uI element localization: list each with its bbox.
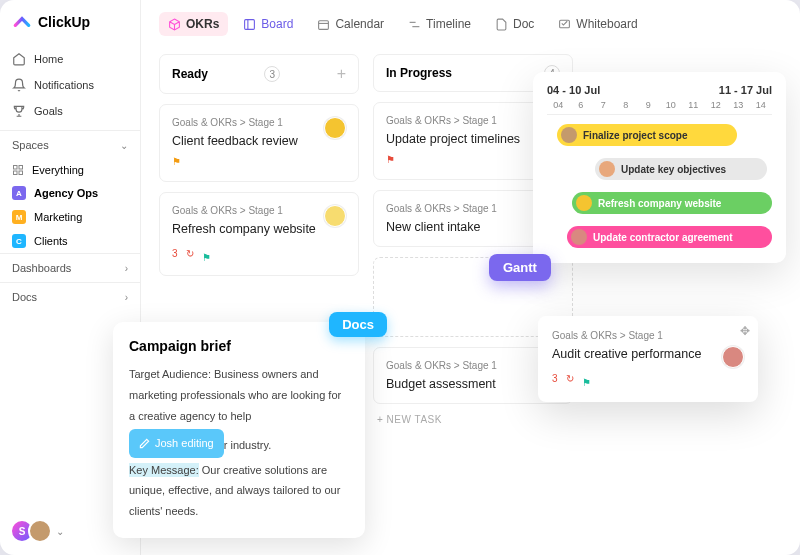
flag-icon: ⚑	[202, 252, 211, 263]
pencil-icon	[139, 438, 150, 449]
task-card[interactable]: Goals & OKRs > Stage 1 Client feedback r…	[159, 104, 359, 182]
view-tabs: OKRs Board Calendar Timeline Doc Whitebo…	[141, 0, 800, 48]
breadcrumb: Goals & OKRs > Stage 1	[386, 360, 560, 371]
spaces-header[interactable]: Spaces⌄	[0, 130, 140, 159]
grid-icon	[12, 164, 24, 176]
gantt-bar[interactable]: Finalize project scope	[557, 124, 737, 146]
task-card[interactable]: Goals & OKRs > Stage 1 Refresh company w…	[159, 192, 359, 276]
doc-icon	[495, 18, 508, 31]
column-header[interactable]: Ready3+	[159, 54, 359, 94]
count-badge: 3	[264, 66, 280, 82]
space-badge: A	[12, 186, 26, 200]
timeline-icon	[408, 18, 421, 31]
logo[interactable]: ClickUp	[0, 12, 140, 46]
nav-home[interactable]: Home	[0, 46, 140, 72]
gantt-bar[interactable]: Update key objectives	[595, 158, 767, 180]
gantt-overlay: Gantt 04 - 10 Jul11 - 17 Jul 04678910111…	[533, 72, 786, 263]
nav-notifications[interactable]: Notifications	[0, 72, 140, 98]
trophy-icon	[12, 104, 26, 118]
logo-text: ClickUp	[38, 14, 90, 30]
avatar	[324, 205, 346, 227]
loop-icon: ↻	[566, 373, 574, 384]
svg-rect-3	[19, 171, 23, 175]
chevron-down-icon: ⌄	[120, 140, 128, 151]
logo-icon	[12, 12, 32, 32]
board-icon	[243, 18, 256, 31]
add-icon[interactable]: +	[337, 65, 346, 83]
whiteboard-icon	[558, 18, 571, 31]
avatar	[561, 127, 577, 143]
home-icon	[12, 52, 26, 66]
card-title: Audit creative performance	[552, 347, 744, 361]
chevron-right-icon: ›	[125, 263, 128, 274]
gantt-header: 04 - 10 Jul11 - 17 Jul	[547, 84, 772, 96]
doc-body: Target Audience: Business owners and mar…	[129, 364, 349, 522]
space-badge: C	[12, 234, 26, 248]
svg-rect-4	[245, 19, 255, 29]
cube-icon	[168, 18, 181, 31]
tab-whiteboard[interactable]: Whiteboard	[549, 12, 646, 36]
tab-doc[interactable]: Doc	[486, 12, 543, 36]
svg-rect-2	[14, 171, 18, 175]
docs-overlay: Docs Campaign brief Target Audience: Bus…	[113, 322, 365, 538]
card-title: Refresh company website	[172, 222, 346, 236]
avatar	[324, 117, 346, 139]
highlighted-text: Key Message:	[129, 463, 199, 477]
flag-icon: ⚑	[582, 377, 591, 388]
avatar	[576, 195, 592, 211]
breadcrumb: Goals & OKRs > Stage 1	[172, 205, 346, 216]
avatar	[571, 229, 587, 245]
editing-badge: Josh editing	[129, 429, 224, 458]
tab-okrs[interactable]: OKRs	[159, 12, 228, 36]
sidebar-docs[interactable]: Docs›	[0, 282, 140, 311]
breadcrumb: Goals & OKRs > Stage 1	[172, 117, 346, 128]
svg-rect-1	[19, 166, 23, 170]
avatar	[599, 161, 615, 177]
chevron-down-icon: ⌄	[56, 526, 64, 537]
chevron-right-icon: ›	[125, 292, 128, 303]
avatar	[28, 519, 52, 543]
sidebar-dashboards[interactable]: Dashboards›	[0, 253, 140, 282]
svg-rect-6	[319, 20, 329, 29]
space-clients[interactable]: CClients	[0, 229, 140, 253]
breadcrumb: Goals & OKRs > Stage 1	[552, 330, 744, 341]
move-icon[interactable]: ✥	[740, 324, 750, 338]
card-meta: 3↻⚑	[552, 369, 744, 388]
svg-rect-0	[14, 166, 18, 170]
gantt-bar[interactable]: Refresh company website	[572, 192, 772, 214]
gantt-bar[interactable]: Update contractor agreement	[567, 226, 772, 248]
space-badge: M	[12, 210, 26, 224]
gantt-days: 0467891011121314	[547, 100, 772, 115]
footer-avatars[interactable]: S ⌄	[10, 519, 64, 543]
space-everything[interactable]: Everything	[0, 159, 140, 181]
new-task-button[interactable]: + NEW TASK	[373, 404, 573, 425]
bell-icon	[12, 78, 26, 92]
subtask-count: 3	[552, 373, 558, 384]
doc-title: Campaign brief	[129, 338, 349, 354]
tab-calendar[interactable]: Calendar	[308, 12, 393, 36]
space-agency-ops[interactable]: AAgency Ops	[0, 181, 140, 205]
nav-goals[interactable]: Goals	[0, 98, 140, 124]
tab-board[interactable]: Board	[234, 12, 302, 36]
floating-card[interactable]: ✥ Goals & OKRs > Stage 1 Audit creative …	[538, 316, 758, 402]
tab-timeline[interactable]: Timeline	[399, 12, 480, 36]
avatar	[722, 346, 744, 368]
space-marketing[interactable]: MMarketing	[0, 205, 140, 229]
gantt-badge: Gantt	[489, 254, 551, 281]
flag-icon: ⚑	[172, 156, 181, 167]
calendar-icon	[317, 18, 330, 31]
card-meta: 3↻⚑	[172, 244, 346, 263]
card-title: Client feedback review	[172, 134, 346, 148]
subtask-count: 3	[172, 248, 178, 259]
card-title: Budget assessment	[386, 377, 560, 391]
loop-icon: ↻	[186, 248, 194, 259]
docs-badge: Docs	[329, 312, 387, 337]
flag-icon: ⚑	[386, 154, 395, 165]
